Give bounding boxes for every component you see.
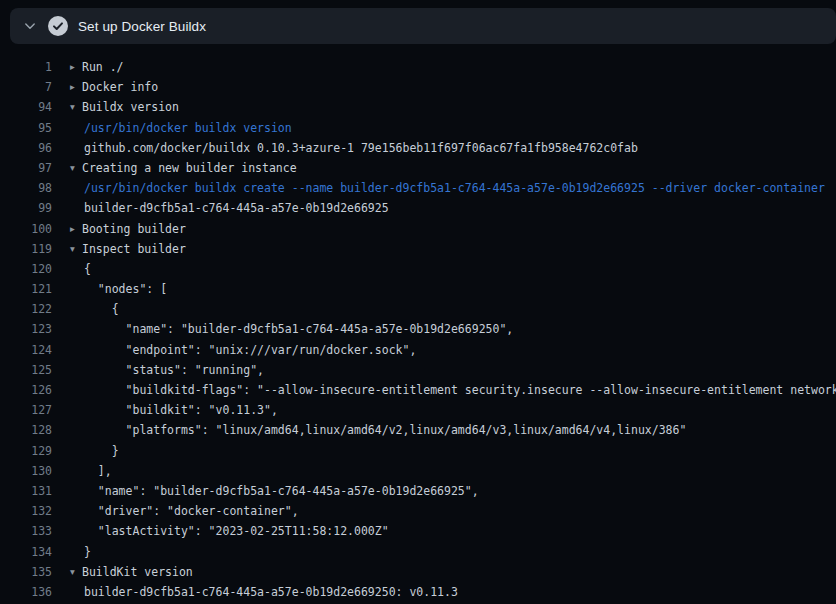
log-line-number[interactable]: 122 bbox=[0, 299, 52, 319]
log-line-content: ], bbox=[70, 461, 112, 481]
log-line-content: "name": "builder-d9cfb5a1-c764-445a-a57e… bbox=[70, 481, 479, 501]
log-line-content: "name": "builder-d9cfb5a1-c764-445a-a57e… bbox=[70, 319, 513, 339]
log-line-content: "buildkit": "v0.11.3", bbox=[70, 400, 278, 420]
log-line-text: BuildKit version bbox=[82, 562, 193, 582]
log-line-content: } bbox=[70, 542, 91, 562]
log-line-text: "nodes": [ bbox=[84, 279, 167, 299]
log-lines: 1 ▸Run ./ 7 ▸Docker info 94 ▾Buildx vers… bbox=[0, 44, 836, 602]
log-line-text: Inspect builder bbox=[82, 239, 186, 259]
log-line-text: "platforms": "linux/amd64,linux/amd64/v2… bbox=[84, 420, 686, 440]
log-line: 120 { bbox=[0, 259, 836, 279]
log-line-number[interactable]: 134 bbox=[0, 542, 52, 562]
chevron-down-icon[interactable] bbox=[19, 15, 41, 37]
group-toggle-icon[interactable]: ▾ bbox=[70, 562, 82, 582]
log-line: 125 "status": "running", bbox=[0, 360, 836, 380]
log-line-number[interactable]: 99 bbox=[0, 198, 52, 218]
log-line-text: "buildkit": "v0.11.3", bbox=[84, 400, 278, 420]
log-line: 133 "lastActivity": "2023-02-25T11:58:12… bbox=[0, 521, 836, 541]
log-line: 121 "nodes": [ bbox=[0, 279, 836, 299]
group-toggle-icon bbox=[70, 118, 84, 138]
group-toggle-icon bbox=[70, 501, 84, 521]
log-line: 97 ▾Creating a new builder instance bbox=[0, 158, 836, 178]
log-line-text: Buildx version bbox=[82, 97, 179, 117]
log-line-text: } bbox=[84, 542, 91, 562]
log-line: 134 } bbox=[0, 542, 836, 562]
check-circle-icon bbox=[48, 16, 68, 36]
log-line-number[interactable]: 131 bbox=[0, 481, 52, 501]
log-line-number[interactable]: 96 bbox=[0, 138, 52, 158]
log-line-text: { bbox=[84, 259, 91, 279]
log-line: 129 } bbox=[0, 441, 836, 461]
group-toggle-icon[interactable]: ▸ bbox=[70, 57, 82, 77]
log-line: 99 builder-d9cfb5a1-c764-445a-a57e-0b19d… bbox=[0, 198, 836, 218]
log-line-number[interactable]: 123 bbox=[0, 319, 52, 339]
log-line: 126 "buildkitd-flags": "--allow-insecure… bbox=[0, 380, 836, 400]
group-toggle-icon[interactable]: ▾ bbox=[70, 97, 82, 117]
log-line-number[interactable]: 128 bbox=[0, 420, 52, 440]
log-line-text: "buildkitd-flags": "--allow-insecure-ent… bbox=[84, 380, 836, 400]
log-line-number[interactable]: 132 bbox=[0, 501, 52, 521]
log-line-content: "driver": "docker-container", bbox=[70, 501, 299, 521]
log-line-text: "endpoint": "unix:///var/run/docker.sock… bbox=[84, 340, 416, 360]
group-toggle-icon bbox=[70, 481, 84, 501]
log-line-content: "buildkitd-flags": "--allow-insecure-ent… bbox=[70, 380, 836, 400]
log-line-number[interactable]: 1 bbox=[0, 57, 52, 77]
log-line-text: Creating a new builder instance bbox=[82, 158, 297, 178]
log-line-number[interactable]: 119 bbox=[0, 239, 52, 259]
group-toggle-icon bbox=[70, 259, 84, 279]
log-line: 122 { bbox=[0, 299, 836, 319]
log-line-text: "status": "running", bbox=[84, 360, 264, 380]
log-line-content: ▸Run ./ bbox=[70, 57, 124, 77]
group-toggle-icon bbox=[70, 441, 84, 461]
log-line-number[interactable]: 127 bbox=[0, 400, 52, 420]
log-line-number[interactable]: 126 bbox=[0, 380, 52, 400]
log-line-content: "status": "running", bbox=[70, 360, 264, 380]
group-toggle-icon bbox=[70, 542, 84, 562]
log-line-number[interactable]: 95 bbox=[0, 118, 52, 138]
log-line-number[interactable]: 97 bbox=[0, 158, 52, 178]
group-toggle-icon[interactable]: ▸ bbox=[70, 219, 82, 239]
actions-log-viewer: Set up Docker Buildx 1 ▸Run ./ 7 ▸Docker… bbox=[0, 0, 836, 604]
log-line-content: } bbox=[70, 441, 119, 461]
log-line-number[interactable]: 121 bbox=[0, 279, 52, 299]
group-toggle-icon[interactable]: ▸ bbox=[70, 77, 82, 97]
log-line-number[interactable]: 100 bbox=[0, 219, 52, 239]
log-line-number[interactable]: 125 bbox=[0, 360, 52, 380]
log-line: 100 ▸Booting builder bbox=[0, 219, 836, 239]
log-line: 98 /usr/bin/docker buildx create --name … bbox=[0, 178, 836, 198]
log-line-number[interactable]: 133 bbox=[0, 521, 52, 541]
log-line-content: "nodes": [ bbox=[70, 279, 167, 299]
log-line: 132 "driver": "docker-container", bbox=[0, 501, 836, 521]
log-line-number[interactable]: 124 bbox=[0, 340, 52, 360]
log-line: 95 /usr/bin/docker buildx version bbox=[0, 118, 836, 138]
log-line-content: github.com/docker/buildx 0.10.3+azure-1 … bbox=[70, 138, 638, 158]
log-line-number[interactable]: 98 bbox=[0, 178, 52, 198]
log-line: 123 "name": "builder-d9cfb5a1-c764-445a-… bbox=[0, 319, 836, 339]
log-line-number[interactable]: 130 bbox=[0, 461, 52, 481]
log-line-content: /usr/bin/docker buildx version bbox=[70, 118, 292, 138]
group-toggle-icon bbox=[70, 279, 84, 299]
log-line: 131 "name": "builder-d9cfb5a1-c764-445a-… bbox=[0, 481, 836, 501]
log-line: 136 builder-d9cfb5a1-c764-445a-a57e-0b19… bbox=[0, 582, 836, 602]
log-line-content: ▾Creating a new builder instance bbox=[70, 158, 297, 178]
log-line: 130 ], bbox=[0, 461, 836, 481]
log-line-number[interactable]: 7 bbox=[0, 77, 52, 97]
log-line-number[interactable]: 120 bbox=[0, 259, 52, 279]
log-line-content: "lastActivity": "2023-02-25T11:58:12.000… bbox=[70, 521, 389, 541]
log-line-content: ▸Booting builder bbox=[70, 219, 186, 239]
log-line-content: ▾BuildKit version bbox=[70, 562, 193, 582]
step-header[interactable]: Set up Docker Buildx bbox=[10, 8, 836, 44]
log-line-number[interactable]: 129 bbox=[0, 441, 52, 461]
log-line: 127 "buildkit": "v0.11.3", bbox=[0, 400, 836, 420]
log-line-number[interactable]: 135 bbox=[0, 562, 52, 582]
group-toggle-icon bbox=[70, 340, 84, 360]
log-line-number[interactable]: 94 bbox=[0, 97, 52, 117]
log-line-text: builder-d9cfb5a1-c764-445a-a57e-0b19d2e6… bbox=[84, 198, 389, 218]
log-line-content: { bbox=[70, 259, 91, 279]
group-toggle-icon[interactable]: ▾ bbox=[70, 239, 82, 259]
group-toggle-icon bbox=[70, 400, 84, 420]
log-line-number[interactable]: 136 bbox=[0, 582, 52, 602]
group-toggle-icon[interactable]: ▾ bbox=[70, 158, 82, 178]
log-line: 7 ▸Docker info bbox=[0, 77, 836, 97]
log-line-content: "platforms": "linux/amd64,linux/amd64/v2… bbox=[70, 420, 686, 440]
